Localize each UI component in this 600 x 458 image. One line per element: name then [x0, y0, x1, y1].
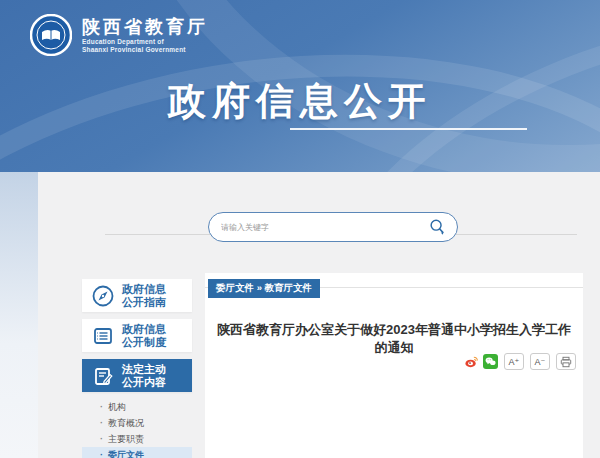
sidebar-label-line: 公开指南 [122, 296, 166, 308]
search-magnifier-icon[interactable] [427, 217, 447, 237]
sidebar-item-system[interactable]: 政府信息 公开制度 [82, 319, 192, 352]
sidebar-label-line: 公开制度 [122, 336, 166, 348]
education-department-emblem-icon [30, 14, 72, 56]
font-decrease-button[interactable]: A⁻ [530, 353, 550, 370]
compass-icon [92, 285, 114, 307]
sidebar-label-line: 政府信息 [122, 323, 166, 335]
site-title-chinese: 陕西省教育厅 [82, 16, 208, 38]
page-title: 政府信息公开 [0, 76, 600, 127]
top-banner: 陕西省教育厅 Education Department of Shaanxi P… [0, 0, 600, 172]
wechat-share-icon[interactable] [483, 354, 498, 369]
sidebar-label-line: 法定主动 [122, 363, 166, 375]
sidebar-item-statutory-disclosure[interactable]: 法定主动 公开内容 [82, 359, 192, 392]
sidebar-item-label: 法定主动 公开内容 [122, 363, 166, 389]
page: 陕西省教育厅 Education Department of Shaanxi P… [0, 0, 600, 458]
search-input[interactable] [221, 223, 427, 232]
submenu-item-education-overview[interactable]: 教育概况 [82, 415, 192, 431]
search-bar [208, 212, 458, 242]
print-icon[interactable] [556, 353, 576, 370]
main-panel: 委厅文件 » 教育厅文件 陕西省教育厅办公室关于做好2023年普通中小学招生入学… [205, 273, 583, 458]
sidebar-item-label: 政府信息 公开制度 [122, 323, 166, 349]
document-list-icon [92, 325, 114, 347]
site-title-english-line1: Education Department of [82, 38, 208, 46]
sidebar-submenu: 机构 教育概况 主要职责 委厅文件 [82, 399, 192, 458]
site-logo[interactable]: 陕西省教育厅 Education Department of Shaanxi P… [30, 14, 208, 56]
sidebar-label-line: 政府信息 [122, 283, 166, 295]
sidebar-item-guide[interactable]: 政府信息 公开指南 [82, 279, 192, 312]
article-title: 陕西省教育厅办公室关于做好2023年普通中小学招生入学工作的通知 [215, 321, 573, 357]
content-card: 政府信息 公开指南 政府信息 公开制度 [38, 172, 600, 458]
submenu-item-main-duties[interactable]: 主要职责 [82, 431, 192, 447]
sidebar-label-line: 公开内容 [122, 376, 166, 388]
breadcrumb[interactable]: 委厅文件 » 教育厅文件 [208, 279, 320, 298]
font-increase-button[interactable]: A⁺ [504, 353, 524, 370]
weibo-share-icon[interactable] [464, 354, 479, 369]
submenu-item-department-documents[interactable]: 委厅文件 [82, 447, 192, 458]
page-title-underline [290, 128, 527, 130]
clipboard-pencil-icon [92, 365, 114, 387]
submenu-item-organization[interactable]: 机构 [82, 399, 192, 415]
site-title-english-line2: Shaanxi Provincial Government [82, 46, 208, 54]
sidebar-item-label: 政府信息 公开指南 [122, 283, 166, 309]
article-toolbar: A⁺ A⁻ [464, 353, 576, 370]
site-title: 陕西省教育厅 Education Department of Shaanxi P… [82, 16, 208, 54]
